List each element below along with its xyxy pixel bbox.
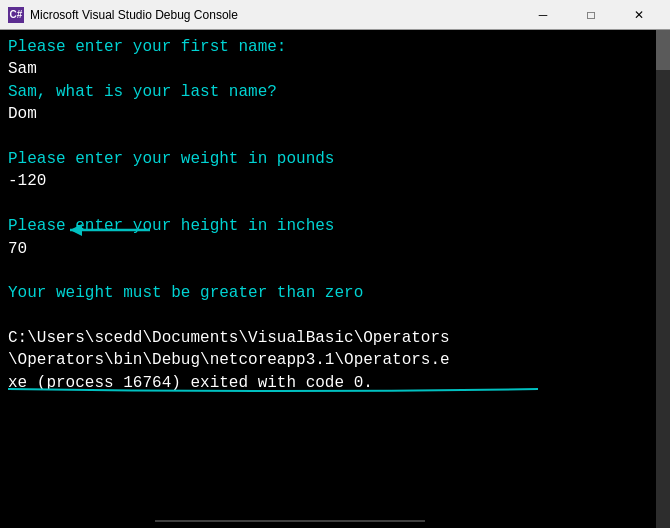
console-output: Please enter your first name: Sam Sam, w…: [0, 30, 670, 528]
line-prompt-1: Please enter your first name:: [8, 38, 286, 56]
scrollbar-thumb[interactable]: [656, 30, 670, 70]
maximize-button[interactable]: □: [568, 0, 614, 30]
window-controls: ─ □ ✕: [520, 0, 662, 30]
line-prompt-3: Please enter your weight in pounds: [8, 150, 334, 168]
line-input-3: -120: [8, 172, 46, 190]
line-prompt-4: Please enter your height in inches: [8, 217, 334, 235]
line-input-2: Dom: [8, 105, 37, 123]
line-input-1: Sam: [8, 60, 37, 78]
underline-exit: [155, 518, 425, 524]
scrollbar[interactable]: [656, 30, 670, 528]
title-bar: C# Microsoft Visual Studio Debug Console…: [0, 0, 670, 30]
console-content: Please enter your first name: Sam Sam, w…: [8, 36, 662, 394]
app-icon: C#: [8, 7, 24, 23]
line-path-3: xe (process 16764) exited with code 0.: [8, 374, 373, 392]
close-button[interactable]: ✕: [616, 0, 662, 30]
window-title: Microsoft Visual Studio Debug Console: [30, 8, 520, 22]
line-input-4: 70: [8, 240, 27, 258]
minimize-button[interactable]: ─: [520, 0, 566, 30]
line-path-2: \Operators\bin\Debug\netcoreapp3.1\Opera…: [8, 351, 450, 369]
line-error: Your weight must be greater than zero: [8, 284, 363, 302]
line-prompt-2: Sam, what is your last name?: [8, 83, 277, 101]
line-path-1: C:\Users\scedd\Documents\VisualBasic\Ope…: [8, 329, 450, 347]
